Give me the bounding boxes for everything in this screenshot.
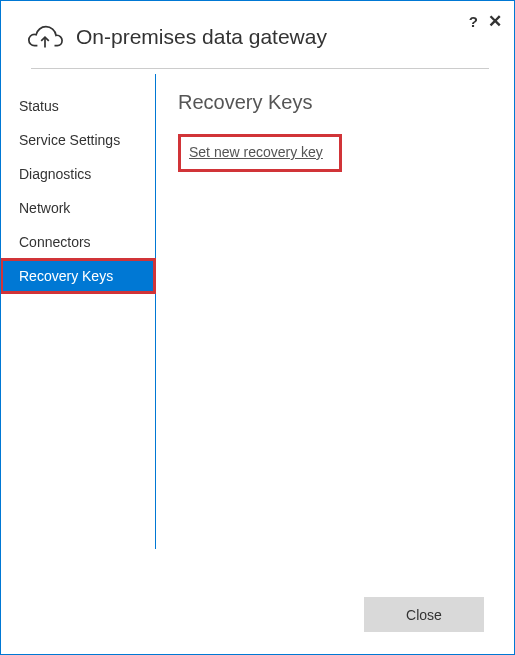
header-actions: ? ✕	[469, 11, 502, 32]
sidebar-item-network[interactable]: Network	[1, 191, 155, 225]
sidebar-item-label: Network	[19, 200, 70, 216]
sidebar-item-label: Recovery Keys	[19, 268, 113, 284]
page-title: Recovery Keys	[178, 91, 494, 114]
sidebar-item-diagnostics[interactable]: Diagnostics	[1, 157, 155, 191]
main-panel: Recovery Keys Set new recovery key	[156, 74, 514, 549]
sidebar-item-service-settings[interactable]: Service Settings	[1, 123, 155, 157]
header: On-premises data gateway ? ✕	[1, 1, 514, 68]
content: Status Service Settings Diagnostics Netw…	[1, 69, 514, 549]
sidebar-item-label: Connectors	[19, 234, 91, 250]
sidebar-item-status[interactable]: Status	[1, 89, 155, 123]
footer: Close	[364, 597, 484, 632]
close-icon[interactable]: ✕	[488, 11, 502, 32]
sidebar-item-label: Status	[19, 98, 59, 114]
close-button[interactable]: Close	[364, 597, 484, 632]
sidebar-item-label: Service Settings	[19, 132, 120, 148]
set-new-recovery-key-link[interactable]: Set new recovery key	[189, 144, 323, 160]
link-highlight-box: Set new recovery key	[178, 134, 342, 172]
sidebar-item-connectors[interactable]: Connectors	[1, 225, 155, 259]
app-title: On-premises data gateway	[76, 25, 327, 49]
cloud-upload-icon	[26, 21, 64, 53]
help-icon[interactable]: ?	[469, 13, 478, 30]
sidebar: Status Service Settings Diagnostics Netw…	[1, 74, 156, 549]
sidebar-item-recovery-keys[interactable]: Recovery Keys	[1, 259, 155, 293]
sidebar-item-label: Diagnostics	[19, 166, 91, 182]
